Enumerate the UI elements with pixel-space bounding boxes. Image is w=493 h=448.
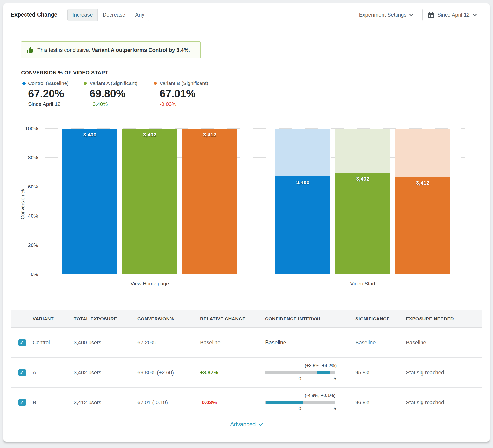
table-row: ✓A3,402 users69.80% (+2.60)+3.87%(+3.8%,… — [11, 358, 482, 387]
ci-baseline-label: Baseline — [265, 339, 286, 346]
bar-count-label: 3,402 — [122, 129, 177, 138]
chart-plot: 0%20%40%60%80%100%3,4003,4023,412View Ho… — [44, 129, 465, 274]
bar-group: 3,4003,4023,412 — [62, 129, 237, 274]
results-card: Expected Change IncreaseDecreaseAny Expe… — [3, 3, 490, 441]
variant-cell: A — [33, 370, 74, 376]
chart-bar-variant-b: 3,412 — [395, 129, 450, 274]
ci-zero-label: 0 — [299, 406, 301, 411]
ci-range-label: (+3.8%, +4.2%) — [305, 363, 336, 368]
legend-stat-label: Variant A (Significant) — [90, 80, 137, 86]
y-axis-label: Conversion % — [20, 189, 25, 219]
legend-stat-name: Variant A (Significant) — [84, 80, 151, 86]
conversion-chart: Conversion % 0%20%40%60%80%100%3,4003,40… — [3, 124, 490, 300]
row-checkbox[interactable]: ✓ — [18, 399, 26, 406]
conversion-cell: 67.20% — [137, 339, 200, 346]
legend-dot-icon — [84, 82, 87, 85]
x-axis-group-label: Video Start — [350, 281, 375, 286]
chart-bar-control: 3,400 — [275, 129, 330, 274]
legend-stat-name: Variant B (Significant) — [154, 80, 221, 86]
conclusive-banner: This test is conclusive. Variant A outpe… — [21, 41, 201, 58]
chart-bar-control: 3,400 — [62, 129, 117, 274]
relative-change-cell: +3.87% — [200, 370, 265, 376]
conversion-cell: 67.01 (-0.19) — [137, 399, 200, 406]
experiment-settings-label: Experiment Settings — [359, 12, 407, 18]
chevron-down-icon — [258, 423, 263, 426]
table-body: ✓Control3,400 users67.20%BaselineBaselin… — [11, 328, 482, 417]
exposure-needed-cell: Stat sig reached — [406, 399, 482, 406]
table-row: ✓Control3,400 users67.20%BaselineBaselin… — [11, 328, 482, 358]
legend-stat-name: Control (Baseline) — [22, 80, 90, 86]
bar-count-label: 3,412 — [395, 177, 450, 186]
variant-cell: Control — [33, 339, 74, 346]
checkbox-cell: ✓ — [11, 399, 33, 406]
advanced-expander[interactable]: Advanced — [3, 421, 490, 428]
row-checkbox[interactable]: ✓ — [18, 369, 26, 376]
y-axis-tick: 60% — [28, 184, 38, 190]
legend-stat: Control (Baseline)67.20%Since April 12 — [22, 80, 90, 107]
significance-cell: 96.8% — [355, 399, 406, 406]
bar-value-segment: 3,412 — [182, 129, 237, 274]
row-checkbox[interactable]: ✓ — [18, 339, 26, 347]
significance-cell: Baseline — [355, 339, 406, 346]
legend-stat-value: 69.80% — [84, 88, 151, 100]
segment-any-button[interactable]: Any — [131, 9, 149, 21]
legend-stat-subtext: Since April 12 — [22, 101, 90, 107]
column-header-exposure-needed: EXPOSURE NEEDED — [406, 316, 482, 322]
checkbox-cell: ✓ — [11, 339, 33, 347]
bar-group: 3,4003,4023,412 — [275, 129, 450, 274]
metric-title: CONVERSION % OF VIDEO START — [21, 70, 108, 76]
legend-stat-subtext: -0.03% — [154, 101, 221, 107]
table-row: ✓B3,412 users67.01 (-0.19)-0.03%(-4.8%, … — [11, 387, 482, 417]
column-header-confidence-interval: CONFIDENCE INTERVAL — [265, 316, 355, 322]
chevron-down-icon — [472, 14, 477, 16]
chart-bar-variant-b: 3,412 — [182, 129, 237, 274]
legend-stat-label: Variant B (Significant) — [160, 80, 208, 86]
variant-cell: B — [33, 399, 74, 406]
significance-cell: 95.8% — [355, 370, 406, 376]
total-exposure-cell: 3,400 users — [74, 339, 137, 346]
exposure-needed-cell: Baseline — [406, 339, 482, 346]
experiment-settings-button[interactable]: Experiment Settings — [354, 9, 419, 21]
legend-stat-value: 67.01% — [154, 88, 221, 100]
relative-change-cell: Baseline — [200, 339, 265, 346]
ci-zero-tick — [300, 369, 300, 376]
date-range-button[interactable]: Since April 12 — [423, 9, 482, 21]
column-header-variant: VARIANT — [33, 316, 74, 322]
bar-remainder-tint — [275, 129, 330, 177]
column-header-conversion-: CONVERSION% — [137, 316, 200, 322]
legend-stat-value: 67.20% — [22, 88, 90, 100]
segment-increase-button[interactable]: Increase — [68, 9, 98, 21]
y-axis-tick: 80% — [28, 155, 38, 161]
column-header-relative-change: RELATIVE CHANGE — [200, 316, 265, 322]
checkbox-cell: ✓ — [11, 369, 33, 376]
y-axis-tick: 40% — [28, 213, 38, 219]
metric-legend: Control (Baseline)67.20%Since April 12Va… — [3, 80, 490, 114]
ci-zero-tick — [300, 399, 300, 406]
ci-range-label: (-4.8%, +0.1%) — [305, 393, 335, 398]
expected-change-label: Expected Change — [11, 11, 57, 18]
variants-table: VARIANTTOTAL EXPOSURECONVERSION%RELATIVE… — [11, 310, 482, 417]
bar-count-label: 3,400 — [62, 129, 117, 138]
conversion-cell: 69.80% (+2.60) — [137, 370, 200, 376]
legend-stat: Variant A (Significant)69.80%+3.40% — [84, 80, 151, 107]
confidence-interval-cell: (+3.8%, +4.2%)05 — [265, 363, 355, 382]
bar-value-segment: 3,402 — [122, 129, 177, 274]
bar-count-label: 3,400 — [275, 177, 330, 186]
legend-stat-label: Control (Baseline) — [28, 80, 69, 86]
segment-decrease-button[interactable]: Decrease — [98, 9, 130, 21]
bar-value-segment: 3,400 — [275, 177, 330, 274]
banner-text: This test is conclusive. Variant A outpe… — [37, 47, 190, 53]
chevron-down-icon — [409, 14, 414, 16]
exposure-needed-cell: Stat sig reached — [406, 370, 482, 376]
total-exposure-cell: 3,412 users — [74, 399, 137, 406]
ci-max-label: 5 — [333, 406, 336, 411]
chart-bar-variant-a: 3,402 — [335, 129, 390, 274]
bar-value-segment: 3,412 — [395, 177, 450, 274]
chart-bar-variant-a: 3,402 — [122, 129, 177, 274]
y-axis-tick: 0% — [31, 271, 38, 277]
toolbar: Expected Change IncreaseDecreaseAny Expe… — [3, 3, 490, 26]
legend-dot-icon — [154, 82, 157, 85]
ci-track — [265, 371, 335, 374]
column-header-significance: SIGNIFICANCE — [355, 316, 406, 322]
thumbs-up-icon — [27, 46, 34, 54]
